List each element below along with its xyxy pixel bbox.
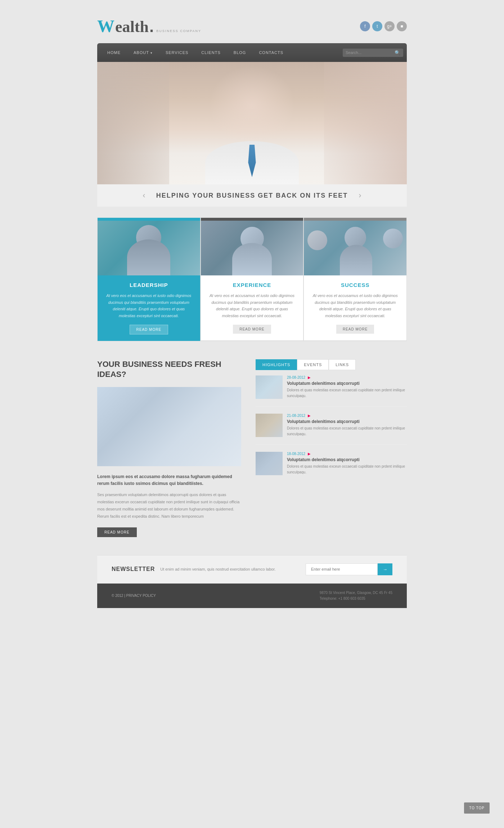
card-title-leadership: LEADERSHIP [105, 282, 193, 288]
social-icons: f t g+ ■ [360, 21, 407, 31]
header: W ealth . BUSINESS COMPANY f t g+ ■ [97, 11, 407, 43]
news-excerpt-3: Dolores et quas molestias exceun occaeca… [287, 464, 407, 475]
news-title-1: Voluptatum delenitimos atqcorrupti [287, 381, 407, 386]
slider-caption: ‹ HELPING YOUR BUSINESS GET BACK ON ITS … [97, 184, 407, 207]
card-text-success: At vero eos et accusamus et iusto odio d… [311, 292, 399, 319]
card-image-success [304, 218, 406, 275]
nav-item-home[interactable]: HOME [101, 44, 127, 61]
tab-links[interactable]: LINKS [329, 359, 356, 370]
newsletter-description: Ut enim ad minim veniam, quis nostrud ex… [160, 567, 300, 571]
logo-subtitle: BUSINESS COMPANY [156, 29, 201, 33]
news-title-2: Voluptatum delenitimos atqcorrupti [287, 419, 407, 424]
googleplus-icon[interactable]: g+ [384, 21, 395, 31]
card-title-experience: EXPERIENCE [208, 282, 296, 288]
news-excerpt-2: Dolores et quas molestias exceun occaeca… [287, 426, 407, 437]
feature-card-leadership: LEADERSHIP At vero eos et accusamus et i… [97, 217, 201, 341]
newsletter-input-wrap: → [306, 563, 392, 575]
nav-item-blog[interactable]: BLOG [227, 44, 253, 61]
newsletter-label: NEWSLETTER [112, 566, 155, 572]
news-content-1: 28-08-2012 ▶ Voluptatum delenitimos atqc… [287, 375, 407, 399]
logo-ealth: ealth [115, 18, 149, 36]
mid-text-normal: Ses praesentium voluptatum delenitimos a… [97, 491, 241, 520]
mid-heading: YOUR BUSINESS NEEDS FRESH IDEAS? [97, 359, 241, 380]
news-item-2: 21-08-2012 ▶ Voluptatum delenitimos atqc… [256, 414, 407, 445]
footer-copyright[interactable]: © 2012 | PRIVACY POLICY [112, 594, 156, 598]
card-text-leadership: At vero eos et accusamus et iusto odio d… [105, 292, 193, 319]
card-image-leadership [98, 218, 200, 275]
mid-right: HIGHLIGHTS EVENTS LINKS 28-08-2012 ▶ Vol… [256, 359, 407, 537]
card-btn-leadership[interactable]: READ MORE [130, 325, 168, 334]
card-title-success: SUCCESS [311, 282, 399, 288]
feature-cards: LEADERSHIP At vero eos et accusamus et i… [97, 217, 407, 341]
footer: © 2012 | PRIVACY POLICY 9870 St Vincent … [97, 584, 407, 608]
rss-icon[interactable]: ■ [397, 21, 407, 31]
logo-w: W [97, 16, 114, 36]
news-title-3: Voluptatum delenitimos atqcorrupti [287, 457, 407, 462]
newsletter-email-input[interactable] [306, 563, 378, 575]
card-btn-success[interactable]: READ MORE [336, 325, 374, 334]
news-thumb-3 [256, 452, 283, 475]
nav-item-contacts[interactable]: CONTACTS [252, 44, 290, 61]
news-thumb-2 [256, 414, 283, 437]
news-date-3[interactable]: 18-08-2012 ▶ [287, 452, 407, 456]
newsletter-submit-button[interactable]: → [378, 563, 392, 575]
news-thumb-1 [256, 375, 283, 399]
news-content-2: 21-08-2012 ▶ Voluptatum delenitimos atqc… [287, 414, 407, 437]
card-body-experience: EXPERIENCE At vero eos et accusamus et i… [201, 275, 303, 340]
search-input[interactable] [346, 50, 392, 55]
card-body-success: SUCCESS At vero eos et accusamus et iust… [304, 275, 406, 340]
nav-item-services[interactable]: SERVICES [159, 44, 195, 61]
search-icon[interactable]: 🔍 [395, 50, 400, 55]
prev-arrow[interactable]: ‹ [143, 191, 145, 200]
tab-events[interactable]: EVENTS [297, 359, 329, 370]
nav-item-about[interactable]: ABOUT [127, 44, 159, 61]
mid-read-more-button[interactable]: READ MORE [97, 527, 137, 537]
mid-left: YOUR BUSINESS NEEDS FRESH IDEAS? Lorem i… [97, 359, 241, 537]
mid-image [97, 387, 241, 466]
twitter-icon[interactable]: t [372, 21, 382, 31]
mid-section: YOUR BUSINESS NEEDS FRESH IDEAS? Lorem i… [97, 359, 407, 537]
logo[interactable]: W ealth . BUSINESS COMPANY [97, 16, 201, 36]
nav-search: 🔍 [343, 49, 403, 57]
footer-address: 9870 St Vincent Place, Glasgow, DC 45 Fr… [320, 590, 392, 602]
news-date-2[interactable]: 21-08-2012 ▶ [287, 414, 407, 418]
to-top-button[interactable]: TO TOP [464, 802, 490, 814]
news-item-1: 28-08-2012 ▶ Voluptatum delenitimos atqc… [256, 375, 407, 406]
nav-bar: HOME ABOUT SERVICES CLIENTS BLOG CONTACT… [97, 43, 407, 62]
news-date-1[interactable]: 28-08-2012 ▶ [287, 375, 407, 379]
news-item-3: 18-08-2012 ▶ Voluptatum delenitimos atqc… [256, 452, 407, 482]
feature-card-success: SUCCESS At vero eos et accusamus et iust… [303, 217, 407, 341]
card-btn-experience[interactable]: READ MORE [233, 325, 271, 334]
news-excerpt-1: Dolores et quas molestias exceun occaeca… [287, 387, 407, 399]
card-text-experience: At vero eos et accusamus et iusto odio d… [208, 292, 296, 319]
newsletter-bar: NEWSLETTER Ut enim ad minim veniam, quis… [97, 555, 407, 584]
feature-card-experience: EXPERIENCE At vero eos et accusamus et i… [201, 217, 304, 341]
card-body-leadership: LEADERSHIP At vero eos et accusamus et i… [98, 275, 200, 341]
tab-highlights[interactable]: HIGHLIGHTS [256, 359, 297, 370]
mid-text-bold: Lorem ipsum eos et accusamo dolore massa… [97, 473, 241, 487]
nav-items: HOME ABOUT SERVICES CLIENTS BLOG CONTACT… [101, 44, 290, 61]
hero-image [97, 62, 407, 184]
facebook-icon[interactable]: f [360, 21, 370, 31]
card-image-experience [201, 218, 303, 275]
nav-item-clients[interactable]: CLIENTS [195, 44, 227, 61]
logo-dot: . [149, 18, 154, 36]
hero-caption: HELPING YOUR BUSINESS GET BACK ON ITS FE… [156, 192, 348, 199]
news-tabs: HIGHLIGHTS EVENTS LINKS [256, 359, 407, 370]
news-content-3: 18-08-2012 ▶ Voluptatum delenitimos atqc… [287, 452, 407, 475]
next-arrow[interactable]: › [359, 191, 361, 200]
